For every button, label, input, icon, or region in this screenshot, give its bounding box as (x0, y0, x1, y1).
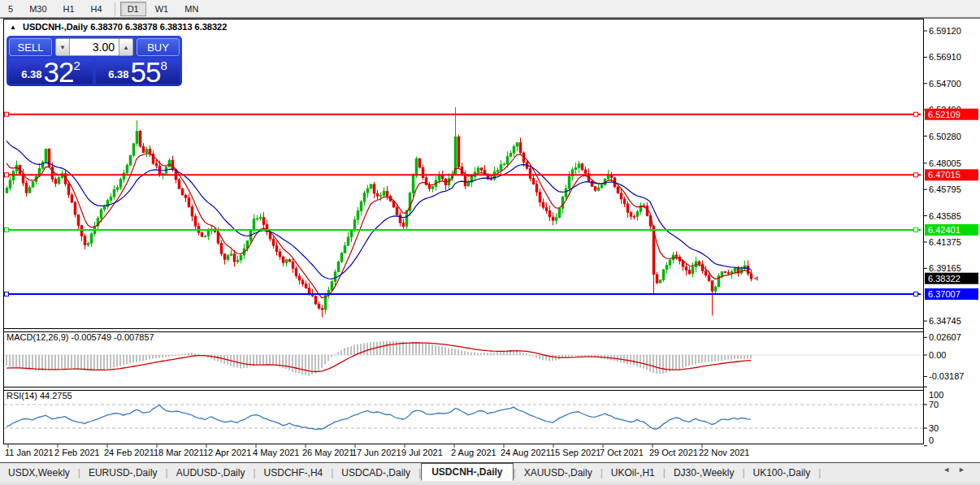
candle-body (67, 184, 70, 195)
macd-histogram-bar (194, 353, 196, 355)
macd-axis-label: -0.03187 (929, 371, 964, 381)
volume-input[interactable] (70, 38, 119, 56)
macd-histogram-bar (627, 355, 628, 364)
resistance-line-2-handle[interactable] (5, 173, 9, 177)
candle-body (360, 201, 362, 210)
candle-body (100, 210, 102, 219)
macd-histogram-bar (659, 355, 661, 374)
macd-histogram-bar (269, 355, 271, 365)
macd-histogram-bar (497, 352, 498, 355)
candle-body (331, 281, 333, 290)
macd-histogram-bar (454, 349, 456, 355)
support-line-1-tag-label: 6.42401 (928, 225, 960, 235)
chart-tab-ukoil[interactable]: UKOil-,H1 (603, 465, 663, 481)
price-axis-label: 6.45795 (929, 184, 961, 194)
chart-tab-uk100[interactable]: UK100-,Daily (745, 465, 819, 481)
volume-decrease-button[interactable]: ▾ (55, 38, 70, 56)
macd-histogram-bar (682, 355, 683, 368)
macd-histogram-bar (168, 355, 170, 357)
candle-body (705, 271, 707, 275)
date-axis-label: 22 Nov 2021 (699, 448, 749, 457)
tab-scroll-arrows[interactable]: ◄► (943, 466, 973, 474)
timeframe-button-h1[interactable]: H1 (56, 2, 82, 16)
macd-histogram-bar (474, 353, 475, 355)
candle-body (201, 232, 203, 236)
volume-increase-button[interactable]: ▴ (119, 38, 133, 56)
buy-button[interactable]: BUY (137, 38, 180, 56)
candle-body (581, 164, 583, 170)
macd-histogram-bar (87, 355, 89, 370)
tab-scroll-left-icon[interactable]: ◄ (943, 466, 958, 474)
sell-button[interactable]: SELL (9, 38, 52, 56)
candle-body (282, 257, 284, 262)
candle-body (516, 143, 518, 146)
support-line-2-handle[interactable] (5, 292, 9, 296)
candle-body (74, 202, 76, 214)
macd-histogram-bar (240, 355, 241, 369)
macd-histogram-bar (197, 354, 199, 355)
candle-body (9, 180, 11, 188)
chart-tab-audusd[interactable]: AUDUSD-,Daily (168, 465, 254, 481)
sell-price-pip: 2 (73, 59, 80, 71)
macd-histogram-bar (305, 355, 306, 375)
chart-tab-dj30[interactable]: DJ30-,Weekly (666, 465, 742, 481)
macd-histogram-bar (344, 348, 345, 355)
macd-histogram-bar (51, 355, 53, 370)
macd-histogram-bar (84, 355, 85, 370)
collapse-triangle-icon[interactable]: ▲ (10, 24, 16, 31)
chart-tab-usdcnh[interactable]: USDCNH-,Daily (421, 463, 513, 481)
tab-scroll-right-icon[interactable]: ► (958, 466, 973, 474)
macd-histogram-bar (32, 355, 33, 370)
candle-body (272, 239, 275, 245)
sell-price-main: 32 (44, 60, 74, 84)
macd-histogram-bar (493, 353, 495, 355)
candle-body (503, 164, 505, 165)
macd-histogram-bar (740, 355, 742, 359)
macd-histogram-bar (666, 355, 667, 373)
resistance-line-1-handle[interactable] (914, 112, 918, 116)
macd-histogram-bar (425, 344, 427, 355)
chart-tab-usdcad[interactable]: USDCAD-,Daily (333, 465, 418, 481)
support-line-1-handle[interactable] (914, 227, 918, 232)
candle-body (129, 155, 132, 165)
timeframe-button-h4[interactable]: H4 (84, 2, 110, 16)
macd-histogram-bar (41, 355, 43, 370)
chart-tab-xauusd[interactable]: XAUUSD-,Daily (516, 465, 601, 481)
macd-histogram-bar (262, 355, 264, 365)
chart-tab-usdx[interactable]: USDX,Weekly (0, 465, 78, 481)
resistance-line-1-handle[interactable] (5, 112, 9, 116)
macd-histogram-bar (376, 342, 378, 355)
timeframe-button-w1[interactable]: W1 (148, 2, 176, 16)
macd-histogram-bar (519, 352, 521, 355)
timeframe-button-m30[interactable]: M30 (22, 2, 54, 16)
support-line-1-handle[interactable] (5, 227, 9, 232)
candle-body (32, 182, 34, 188)
macd-axis-label: 0.02607 (929, 332, 961, 342)
candle-body (6, 188, 8, 193)
candle-body (181, 188, 184, 195)
candle-body (747, 266, 749, 274)
chart-tab-usdchf[interactable]: USDCHF-,H4 (256, 465, 332, 481)
chart-tab-eurusd[interactable]: EURUSD-,Daily (80, 465, 166, 481)
macd-histogram-bar (747, 355, 748, 358)
timeframe-button-d1[interactable]: D1 (120, 2, 146, 16)
candle-body (584, 170, 587, 174)
candle-body (500, 165, 502, 171)
macd-histogram-bar (405, 342, 407, 355)
timeframe-button-mn[interactable]: MN (177, 2, 206, 16)
macd-label: MACD(12,26,9) -0.005749 -0.007857 (7, 332, 154, 342)
macd-histogram-bar (35, 355, 37, 370)
support-line-2-handle[interactable] (914, 292, 918, 296)
sell-price-display[interactable]: 6.38 32 2 (9, 58, 93, 84)
candle-body (542, 202, 544, 207)
buy-price-display[interactable]: 6.38 55 8 (96, 58, 180, 84)
timeframe-button-5[interactable]: 5 (1, 2, 20, 16)
macd-histogram-bar (662, 355, 664, 374)
macd-histogram-bar (441, 346, 443, 355)
macd-histogram-bar (688, 355, 690, 366)
candle-body (698, 262, 700, 264)
candle-body (301, 280, 304, 284)
resistance-line-2-handle[interactable] (914, 173, 918, 177)
macd-histogram-bar (383, 341, 384, 355)
macd-histogram-bar (444, 347, 446, 355)
